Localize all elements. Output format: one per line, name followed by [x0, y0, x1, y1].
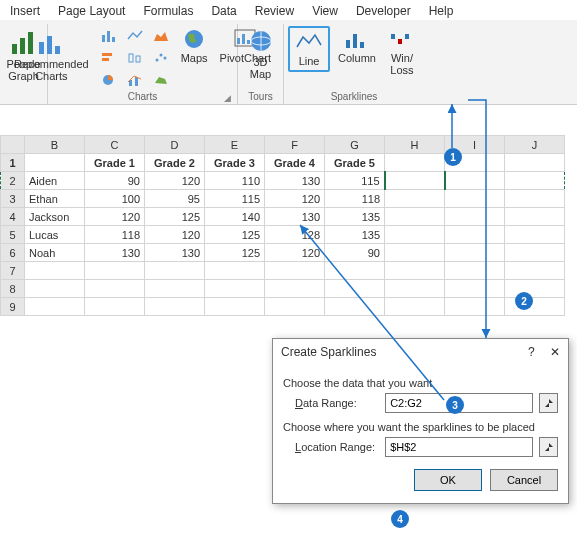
- combo-chart-button[interactable]: [123, 70, 147, 90]
- col-header[interactable]: G: [325, 136, 385, 154]
- ok-button[interactable]: OK: [414, 469, 482, 491]
- name-cell[interactable]: Ethan: [25, 190, 85, 208]
- tab-data[interactable]: Data: [211, 4, 236, 18]
- data-cell[interactable]: 118: [85, 226, 145, 244]
- col-header[interactable]: H: [385, 136, 445, 154]
- sparkline-column-label: Column: [338, 52, 376, 64]
- data-cell[interactable]: 135: [325, 226, 385, 244]
- data-range-ref-button[interactable]: [539, 393, 558, 413]
- row-header[interactable]: 4: [1, 208, 25, 226]
- data-cell[interactable]: 100: [85, 190, 145, 208]
- col-header[interactable]: E: [205, 136, 265, 154]
- row-header[interactable]: 2: [1, 172, 25, 190]
- data-cell[interactable]: 135: [325, 208, 385, 226]
- tab-formulas[interactable]: Formulas: [143, 4, 193, 18]
- stat-chart-button[interactable]: [123, 48, 147, 68]
- col-header[interactable]: B: [25, 136, 85, 154]
- col-header[interactable]: C: [85, 136, 145, 154]
- name-cell[interactable]: Lucas: [25, 226, 85, 244]
- data-cell[interactable]: 120: [265, 190, 325, 208]
- area-chart-button[interactable]: [149, 26, 173, 46]
- tab-review[interactable]: Review: [255, 4, 294, 18]
- svg-point-15: [159, 54, 162, 57]
- line-chart-button[interactable]: [123, 26, 147, 46]
- data-cell[interactable]: 130: [265, 208, 325, 226]
- data-cell[interactable]: 120: [265, 244, 325, 262]
- table-header-cell[interactable]: [505, 154, 565, 172]
- maps-button[interactable]: Maps: [177, 26, 212, 66]
- group-tours: 3DMap Tours: [238, 24, 284, 104]
- data-cell[interactable]: 120: [145, 172, 205, 190]
- empty-cell[interactable]: [385, 208, 445, 226]
- table-header-cell[interactable]: Grade 5: [325, 154, 385, 172]
- table-header-cell[interactable]: Grade 3: [205, 154, 265, 172]
- data-cell[interactable]: 128: [265, 226, 325, 244]
- maps-label: Maps: [181, 52, 208, 64]
- worksheet[interactable]: BCDEFGHIJ1Grade 1Grade 2Grade 3Grade 4Gr…: [0, 105, 577, 316]
- empty-cell[interactable]: [385, 190, 445, 208]
- data-cell[interactable]: 125: [205, 226, 265, 244]
- row-header[interactable]: 1: [1, 154, 25, 172]
- data-cell[interactable]: 125: [145, 208, 205, 226]
- tab-view[interactable]: View: [312, 4, 338, 18]
- table-header-cell[interactable]: Grade 2: [145, 154, 205, 172]
- data-cell[interactable]: 115: [205, 190, 265, 208]
- name-cell[interactable]: Noah: [25, 244, 85, 262]
- row-header[interactable]: 7: [1, 262, 25, 280]
- tab-insert[interactable]: Insert: [10, 4, 40, 18]
- data-cell[interactable]: 140: [205, 208, 265, 226]
- cancel-button[interactable]: Cancel: [490, 469, 558, 491]
- column-chart-button[interactable]: [97, 26, 121, 46]
- callout-1: 1: [444, 148, 462, 166]
- tab-developer[interactable]: Developer: [356, 4, 411, 18]
- empty-cell[interactable]: [385, 226, 445, 244]
- pie-chart-button[interactable]: [97, 70, 121, 90]
- sparkline-winloss-icon: [388, 28, 416, 50]
- 3d-map-button[interactable]: 3DMap: [244, 26, 278, 82]
- svg-rect-10: [102, 53, 112, 56]
- table-header-cell[interactable]: Grade 1: [85, 154, 145, 172]
- data-cell[interactable]: 120: [145, 226, 205, 244]
- data-cell[interactable]: 110: [205, 172, 265, 190]
- table-header-cell[interactable]: [385, 154, 445, 172]
- empty-cell[interactable]: [385, 244, 445, 262]
- name-cell[interactable]: Jackson: [25, 208, 85, 226]
- table-header-cell[interactable]: [25, 154, 85, 172]
- table-header-cell[interactable]: Grade 4: [265, 154, 325, 172]
- sparkline-line-button[interactable]: Line: [291, 29, 327, 69]
- data-cell[interactable]: 130: [145, 244, 205, 262]
- charts-launcher-icon[interactable]: ◢: [224, 93, 231, 103]
- data-cell[interactable]: 90: [85, 172, 145, 190]
- empty-cell[interactable]: [385, 172, 445, 190]
- sparkline-winloss-button[interactable]: Win/Loss: [384, 26, 420, 78]
- data-cell[interactable]: 118: [325, 190, 385, 208]
- col-header[interactable]: F: [265, 136, 325, 154]
- row-header[interactable]: 9: [1, 298, 25, 316]
- data-cell[interactable]: 90: [325, 244, 385, 262]
- sparkline-column-button[interactable]: Column: [334, 26, 380, 66]
- data-cell[interactable]: 115: [325, 172, 385, 190]
- scatter-chart-button[interactable]: [149, 48, 173, 68]
- data-cell[interactable]: 130: [265, 172, 325, 190]
- data-cell[interactable]: 95: [145, 190, 205, 208]
- col-header[interactable]: J: [505, 136, 565, 154]
- row-header[interactable]: 8: [1, 280, 25, 298]
- location-range-ref-button[interactable]: [539, 437, 558, 457]
- surface-chart-button[interactable]: [149, 70, 173, 90]
- data-cell[interactable]: 125: [205, 244, 265, 262]
- tab-page-layout[interactable]: Page Layout: [58, 4, 125, 18]
- data-cell[interactable]: 130: [85, 244, 145, 262]
- close-icon[interactable]: ✕: [550, 345, 560, 359]
- bar-chart-button[interactable]: [97, 48, 121, 68]
- data-cell[interactable]: 120: [85, 208, 145, 226]
- row-header[interactable]: 5: [1, 226, 25, 244]
- tab-help[interactable]: Help: [429, 4, 454, 18]
- row-header[interactable]: 3: [1, 190, 25, 208]
- name-cell[interactable]: Aiden: [25, 172, 85, 190]
- col-header[interactable]: D: [145, 136, 205, 154]
- svg-rect-3: [39, 42, 44, 54]
- row-header[interactable]: 6: [1, 244, 25, 262]
- help-icon[interactable]: ?: [528, 345, 535, 359]
- recommended-charts-button[interactable]: RecommendedCharts: [10, 26, 93, 84]
- location-range-input[interactable]: [385, 437, 533, 457]
